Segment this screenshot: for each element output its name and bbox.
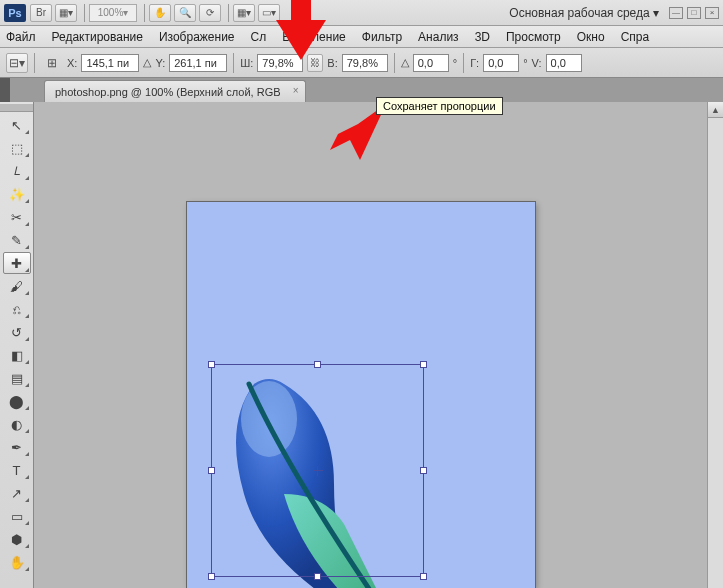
w-label: Ш: [240, 57, 253, 69]
pen-tool[interactable]: ✒ [3, 436, 31, 458]
tab-close-icon[interactable]: × [293, 85, 299, 96]
angle-icon: △ [401, 56, 409, 69]
menu-window[interactable]: Окно [577, 30, 605, 44]
hand-tool[interactable]: ✋ [3, 551, 31, 573]
vskew-field[interactable]: 0,0 [546, 54, 582, 72]
crop-tool[interactable]: ✂ [3, 206, 31, 228]
x-field[interactable]: 145,1 пи [81, 54, 139, 72]
clone-stamp-tool[interactable]: ⎌ [3, 298, 31, 320]
path-select-tool[interactable]: ↗ [3, 482, 31, 504]
3d-tool[interactable]: ⬢ [3, 528, 31, 550]
transform-handle-mr[interactable] [420, 467, 427, 474]
document-tab[interactable]: photoshop.png @ 100% (Верхний слой, RGB … [44, 80, 306, 102]
work-area: ↖⬚𝘓✨✂✎✚🖌⎌↺◧▤⬤◐✒T↗▭⬢✋ [0, 102, 723, 588]
workspace-switcher[interactable]: Основная рабочая среда ▾ — □ × [509, 6, 719, 20]
transform-handle-tr[interactable] [420, 361, 427, 368]
y-field[interactable]: 261,1 пи [169, 54, 227, 72]
eraser-tool[interactable]: ◧ [3, 344, 31, 366]
bridge-button[interactable]: Br [30, 4, 52, 22]
menu-edit[interactable]: Редактирование [52, 30, 143, 44]
svg-marker-0 [276, 0, 326, 60]
transform-handle-br[interactable] [420, 573, 427, 580]
canvas-area[interactable]: ▲ [34, 102, 723, 588]
marquee-tool[interactable]: ⬚ [3, 137, 31, 159]
y-label: Y: [155, 57, 165, 69]
vskew-deg: ° [523, 57, 527, 69]
deg-label: ° [453, 57, 457, 69]
blur-tool[interactable]: ⬤ [3, 390, 31, 412]
h-label: В: [327, 57, 337, 69]
lasso-tool[interactable]: 𝘓 [3, 160, 31, 182]
transform-bounding-box[interactable] [211, 364, 424, 577]
menu-view[interactable]: Просмотр [506, 30, 561, 44]
eyedropper-tool[interactable]: ✎ [3, 229, 31, 251]
transform-center[interactable] [313, 466, 323, 476]
menu-image[interactable]: Изображение [159, 30, 235, 44]
transform-handle-bm[interactable] [314, 573, 321, 580]
hskew-field[interactable]: 0,0 [483, 54, 519, 72]
scroll-up-icon[interactable]: ▲ [708, 102, 723, 118]
menu-bar: Файл Редактирование Изображение Сл Выдел… [0, 26, 723, 48]
transform-handle-tm[interactable] [314, 361, 321, 368]
hand-icon[interactable]: ✋ [149, 4, 171, 22]
shape-tool[interactable]: ▭ [3, 505, 31, 527]
toolbox-handle[interactable] [0, 104, 33, 112]
delta-icon[interactable]: △ [143, 56, 151, 69]
maximize-button[interactable]: □ [687, 7, 701, 19]
tabbar-handle[interactable] [0, 78, 10, 102]
app-badge: Ps [4, 4, 26, 22]
menu-3d[interactable]: 3D [475, 30, 490, 44]
magic-wand-tool[interactable]: ✨ [3, 183, 31, 205]
vertical-scrollbar[interactable]: ▲ [707, 102, 723, 588]
vskew-label: V: [532, 57, 542, 69]
menu-file[interactable]: Файл [6, 30, 36, 44]
move-tool[interactable]: ↖ [3, 114, 31, 136]
mini-bridge-button[interactable]: ▦▾ [55, 4, 77, 22]
menu-layer[interactable]: Сл [251, 30, 267, 44]
history-brush-tool[interactable]: ↺ [3, 321, 31, 343]
dodge-tool[interactable]: ◐ [3, 413, 31, 435]
brush-tool[interactable]: 🖌 [3, 275, 31, 297]
transform-handle-tl[interactable] [208, 361, 215, 368]
transform-icon[interactable]: ⊟▾ [6, 53, 28, 73]
toolbox: ↖⬚𝘓✨✂✎✚🖌⎌↺◧▤⬤◐✒T↗▭⬢✋ [0, 102, 34, 588]
minimize-button[interactable]: — [669, 7, 683, 19]
angle-field[interactable]: 0,0 [413, 54, 449, 72]
tooltip: Сохраняет пропорции [376, 97, 503, 115]
transform-handle-bl[interactable] [208, 573, 215, 580]
options-bar: ⊟▾ ⊞ X: 145,1 пи △ Y: 261,1 пи Ш: 79,8% … [0, 48, 723, 78]
close-button[interactable]: × [705, 7, 719, 19]
zoom-icon[interactable]: 🔍 [174, 4, 196, 22]
zoom-level[interactable]: 100% ▾ [89, 4, 137, 22]
transform-handle-ml[interactable] [208, 467, 215, 474]
menu-help[interactable]: Спра [621, 30, 650, 44]
annotation-arrow-top [276, 0, 326, 60]
arrange-docs-icon[interactable]: ▦▾ [233, 4, 255, 22]
rotate-view-icon[interactable]: ⟳ [199, 4, 221, 22]
menu-analysis[interactable]: Анализ [418, 30, 459, 44]
healing-brush-tool[interactable]: ✚ [3, 252, 31, 274]
document-tab-title: photoshop.png @ 100% (Верхний слой, RGB [55, 86, 281, 98]
title-bar: Ps Br ▦▾ 100% ▾ ✋ 🔍 ⟳ ▦▾ ▭▾ Основная раб… [0, 0, 723, 26]
reference-point-icon[interactable]: ⊞ [41, 53, 63, 73]
hskew-label: Г: [470, 57, 479, 69]
type-tool[interactable]: T [3, 459, 31, 481]
h-field[interactable]: 79,8% [342, 54, 388, 72]
gradient-tool[interactable]: ▤ [3, 367, 31, 389]
document-tabs: photoshop.png @ 100% (Верхний слой, RGB … [0, 78, 723, 102]
x-label: X: [67, 57, 77, 69]
menu-filter[interactable]: Фильтр [362, 30, 402, 44]
